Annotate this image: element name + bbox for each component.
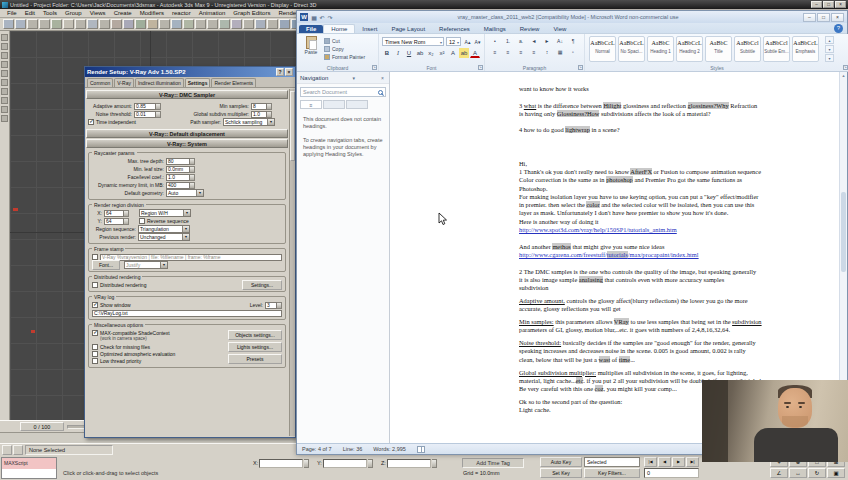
select-object-icon[interactable]: [63, 19, 74, 29]
go-to-start-button[interactable]: |◀: [644, 457, 657, 467]
percent-snap-icon[interactable]: [207, 19, 218, 29]
highlight-button[interactable]: ab: [459, 48, 469, 58]
select-and-scale-icon[interactable]: [135, 19, 146, 29]
layer-manager-icon[interactable]: [243, 19, 254, 29]
search-input[interactable]: Search Document: [300, 87, 386, 97]
menu-edit[interactable]: Edit: [21, 10, 39, 16]
frame-stamp-justify-dropdown[interactable]: Justify: [124, 261, 168, 269]
multilevel-list-button[interactable]: a.: [515, 37, 527, 47]
hyperlink[interactable]: http://www.spot3d.com/vray/help/150SP1/t…: [519, 226, 677, 233]
coordinate-y-spinner[interactable]: [368, 459, 373, 468]
select-and-rotate-icon[interactable]: [123, 19, 134, 29]
proofing-status-icon[interactable]: [417, 446, 425, 453]
menu-modifiers[interactable]: Modifiers: [136, 10, 168, 16]
reference-coordinate-dropdown[interactable]: [147, 19, 158, 29]
dynamic-memory-spinner[interactable]: [190, 182, 195, 189]
use-pivot-point-icon[interactable]: [159, 19, 170, 29]
align-icon[interactable]: [231, 19, 242, 29]
max-close-button[interactable]: ×: [835, 1, 846, 8]
tab-home[interactable]: Home: [323, 24, 355, 33]
shading-button[interactable]: ▦: [554, 48, 566, 58]
browse-pages-tab[interactable]: [323, 100, 345, 109]
styles-dialog-launcher-icon[interactable]: ↘: [843, 65, 848, 70]
check-missing-files-checkbox[interactable]: [92, 344, 98, 350]
global-subdivs-input[interactable]: 1.0: [251, 111, 267, 118]
absolute-offset-toggle[interactable]: [13, 445, 23, 455]
path-sampler-dropdown[interactable]: Schlick sampling: [223, 118, 275, 126]
max-minimize-button[interactable]: –: [811, 1, 822, 8]
angle-snap-icon[interactable]: [195, 19, 206, 29]
undo-icon[interactable]: ↶: [318, 14, 326, 21]
schematic-view-icon[interactable]: [267, 19, 278, 29]
bind-to-space-warp-icon[interactable]: [51, 19, 62, 29]
increase-indent-button[interactable]: ►: [541, 37, 553, 47]
navigation-pane-options-icon[interactable]: ▾: [350, 75, 357, 81]
justify-button[interactable]: ≡: [528, 48, 540, 58]
select-and-manipulate-icon[interactable]: [171, 19, 182, 29]
unlink-icon[interactable]: [39, 19, 50, 29]
add-time-tag[interactable]: Add Time Tag: [462, 458, 524, 468]
word-maximize-button[interactable]: □: [817, 13, 830, 22]
render-tab-v-ray[interactable]: V-Ray: [114, 78, 134, 87]
navigation-pane-close-icon[interactable]: ×: [379, 75, 386, 81]
noise-threshold-input[interactable]: 0.01: [134, 111, 156, 118]
go-to-end-button[interactable]: ▶|: [686, 457, 699, 467]
menu-views[interactable]: Views: [86, 10, 110, 16]
italic-button[interactable]: I: [393, 48, 403, 58]
browse-headings-tab[interactable]: ≡: [300, 100, 322, 109]
region-y-spinner[interactable]: [124, 218, 129, 225]
set-key-button[interactable]: Set Key: [540, 468, 582, 478]
font-name-dropdown[interactable]: Times New Rom: [382, 37, 444, 46]
select-link-icon[interactable]: [27, 19, 38, 29]
side-tool-icon-10[interactable]: [1, 115, 8, 122]
side-tool-icon-8[interactable]: [1, 97, 8, 104]
style-emphasis[interactable]: AaBbCcLEmphasis: [792, 36, 819, 62]
region-sequence-dropdown[interactable]: Triangulation: [138, 225, 190, 233]
cut-button[interactable]: Cut: [324, 37, 365, 45]
min-leaf-size-spinner[interactable]: [190, 166, 195, 173]
snaps-toggle-icon[interactable]: [183, 19, 194, 29]
log-level-input[interactable]: 3: [265, 302, 277, 309]
dynamic-memory-input[interactable]: 400: [166, 182, 190, 189]
min-samples-spinner[interactable]: [267, 103, 272, 110]
hyperlink[interactable]: http://www.cgarena.com/freestuff/: [519, 251, 607, 258]
redo-icon[interactable]: [15, 19, 26, 29]
auto-key-button[interactable]: Auto Key: [540, 457, 582, 467]
side-tool-icon-2[interactable]: [1, 43, 8, 50]
side-tool-icon-4[interactable]: [1, 61, 8, 68]
scrollbar-thumb[interactable]: [841, 192, 846, 272]
coordinate-z-input[interactable]: [387, 459, 431, 468]
noise-threshold-spinner[interactable]: [156, 111, 161, 118]
side-tool-icon-6[interactable]: [1, 79, 8, 86]
rollout-default-displacement[interactable]: V-Ray:: Default displacement: [86, 129, 288, 138]
face-level-coef-spinner[interactable]: [190, 174, 195, 181]
tab-page-layout[interactable]: Page Layout: [384, 25, 432, 33]
gallery-row-down-button[interactable]: ▾: [825, 45, 834, 53]
tab-insert[interactable]: Insert: [355, 25, 384, 33]
tab-references[interactable]: References: [432, 25, 477, 33]
borders-button[interactable]: ▫: [567, 48, 579, 58]
low-thread-priority-checkbox[interactable]: [92, 358, 98, 364]
gallery-row-up-button[interactable]: ▴: [825, 36, 834, 44]
max-maximize-button[interactable]: □: [823, 1, 834, 8]
copy-button[interactable]: Copy: [324, 45, 365, 53]
align-left-button[interactable]: ≡: [489, 48, 501, 58]
menu-tools[interactable]: Tools: [39, 10, 61, 16]
help-icon[interactable]: ?: [834, 24, 843, 33]
tab-file[interactable]: File: [299, 25, 323, 33]
min-samples-input[interactable]: 8: [251, 103, 267, 110]
frame-stamp-input[interactable]: V-Ray %vrayversion | file: %filename | f…: [100, 254, 282, 261]
style-normal[interactable]: AaBbCcLNormal: [589, 36, 616, 62]
tab-mailings[interactable]: Mailings: [477, 25, 513, 33]
distributed-rendering-checkbox[interactable]: [92, 282, 98, 288]
max-tree-depth-input[interactable]: 80: [166, 158, 190, 165]
side-tool-icon-9[interactable]: [1, 106, 8, 113]
dialog-scrollbar[interactable]: [289, 89, 295, 436]
style-subtitle[interactable]: AaBbCclSubtitle: [734, 36, 761, 62]
style-no-spaci[interactable]: AaBbCcLNo Spaci...: [618, 36, 645, 62]
pan-button[interactable]: ↔: [789, 468, 807, 478]
side-tool-icon-1[interactable]: [1, 34, 8, 41]
region-x-spinner[interactable]: [124, 210, 129, 217]
region-x-input[interactable]: 64: [104, 210, 124, 217]
rectangular-region-icon[interactable]: [87, 19, 98, 29]
